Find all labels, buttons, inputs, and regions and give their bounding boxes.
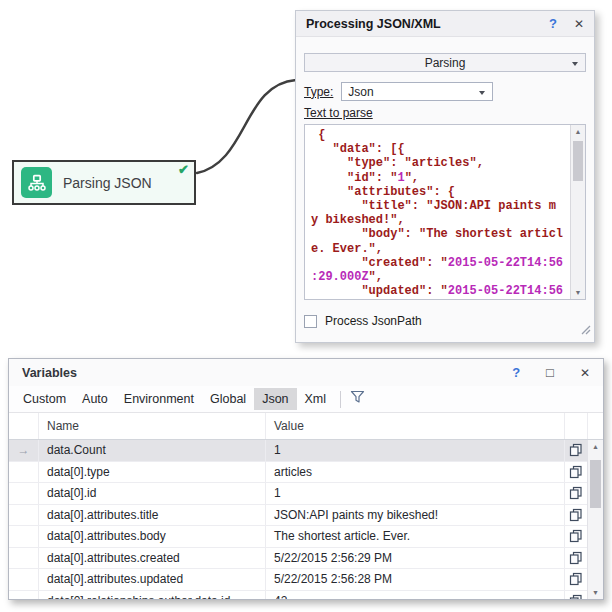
type-dropdown-value: Json xyxy=(348,85,373,99)
row-indicator xyxy=(9,526,39,547)
copy-button[interactable] xyxy=(565,440,587,461)
header-copy-cell xyxy=(565,413,587,439)
copy-button[interactable] xyxy=(565,483,587,504)
close-icon[interactable]: ✕ xyxy=(574,17,584,31)
type-label: Type: xyxy=(304,85,333,99)
json-code-line: "body": "The shortest articl xyxy=(311,227,569,241)
tab-global[interactable]: Global xyxy=(202,388,254,410)
row-indicator xyxy=(9,462,39,483)
copy-icon xyxy=(569,443,583,457)
copy-icon xyxy=(569,594,583,599)
scrollbar-thumb[interactable] xyxy=(590,460,601,508)
table-row[interactable]: data[0].typearticles xyxy=(9,462,587,484)
table-row[interactable]: data[0].attributes.bodyThe shortest arti… xyxy=(9,526,587,548)
table-row[interactable]: data[0].attributes.titleJSON:API paints … xyxy=(9,505,587,527)
tabs-separator xyxy=(340,391,341,408)
variable-value: 42 xyxy=(266,591,565,600)
workflow-designer-canvas: Parsing JSON ✔ Processing JSON/XML ? ✕ P… xyxy=(0,0,612,612)
json-code-line: { xyxy=(311,128,569,142)
textarea-scrollbar[interactable]: ▲ ▼ xyxy=(570,125,585,299)
scroll-up-icon[interactable]: ▲ xyxy=(588,443,603,450)
tab-json[interactable]: Json xyxy=(254,388,296,410)
row-indicator xyxy=(9,548,39,569)
json-code-line: "type": "articles", xyxy=(311,156,569,170)
variable-name: data[0].attributes.body xyxy=(39,526,266,547)
table-row[interactable]: data[0].attributes.updated5/22/2015 2:56… xyxy=(9,569,587,591)
copy-icon xyxy=(569,529,583,543)
variable-value: JSON:API paints my bikeshed! xyxy=(266,505,565,526)
help-icon[interactable]: ? xyxy=(512,365,520,380)
copy-button[interactable] xyxy=(565,548,587,569)
table-row[interactable]: data[0].relationships.author.data.id42 xyxy=(9,591,587,600)
variables-tabs: CustomAutoEnvironmentGlobalJsonXml xyxy=(9,386,603,412)
variable-value: The shortest article. Ever. xyxy=(266,526,565,547)
row-indicator xyxy=(9,483,39,504)
table-row[interactable]: data[0].attributes.created5/22/2015 2:56… xyxy=(9,548,587,570)
category-dropdown[interactable]: Parsing xyxy=(304,53,586,72)
copy-button[interactable] xyxy=(565,591,587,600)
table-scrollbar[interactable]: ▲ ▼ xyxy=(587,440,603,599)
header-scrollbar-cell xyxy=(587,413,603,439)
tab-environment[interactable]: Environment xyxy=(116,388,202,410)
copy-button[interactable] xyxy=(565,462,587,483)
row-indicator: → xyxy=(9,440,39,461)
maximize-icon[interactable]: □ xyxy=(546,366,554,379)
variable-value: 5/22/2015 2:56:29 PM xyxy=(266,548,565,569)
category-dropdown-value: Parsing xyxy=(425,56,466,70)
chevron-down-icon xyxy=(572,62,578,66)
chevron-down-icon xyxy=(479,91,485,95)
header-value[interactable]: Value xyxy=(266,413,565,439)
variable-value: 1 xyxy=(266,440,565,461)
type-dropdown[interactable]: Json xyxy=(341,82,493,101)
table-header[interactable]: Name Value xyxy=(9,412,603,440)
copy-icon xyxy=(569,508,583,522)
scroll-up-icon[interactable]: ▲ xyxy=(571,128,585,135)
table-row[interactable]: data[0].id1 xyxy=(9,483,587,505)
variable-name: data[0].type xyxy=(39,462,266,483)
flow-node-parsing-json[interactable]: Parsing JSON ✔ xyxy=(12,160,196,205)
row-indicator xyxy=(9,569,39,590)
json-code-line: "data": [{ xyxy=(311,142,569,156)
tab-auto[interactable]: Auto xyxy=(74,388,116,410)
variables-titlebar[interactable]: Variables ? □ ✕ xyxy=(9,359,603,386)
filter-icon[interactable] xyxy=(350,390,365,408)
scroll-down-icon[interactable]: ▼ xyxy=(571,289,585,296)
copy-icon xyxy=(569,551,583,565)
node-label: Parsing JSON xyxy=(63,175,152,191)
copy-button[interactable] xyxy=(565,569,587,590)
json-code-line: "updated": "2015-05-22T14:56 xyxy=(311,284,569,298)
dialog-titlebar[interactable]: Processing JSON/XML ? ✕ xyxy=(296,11,594,37)
variables-rows: →data.Count1 data[0].typearticles data[0… xyxy=(9,440,587,599)
success-check-icon: ✔ xyxy=(178,162,189,177)
text-to-parse-textarea[interactable]: { "data": [{ "type": "articles", "id": "… xyxy=(304,124,586,300)
json-code-line: e. Ever.", xyxy=(311,242,569,256)
variable-value: 5/22/2015 2:56:28 PM xyxy=(266,569,565,590)
json-code-line: "id": "1", xyxy=(311,171,569,185)
json-code: { "data": [{ "type": "articles", "id": "… xyxy=(305,125,569,299)
json-code-line: "attributes": { xyxy=(311,185,569,199)
json-code-line: :29.000Z", xyxy=(311,270,569,284)
copy-button[interactable] xyxy=(565,505,587,526)
tab-xml[interactable]: Xml xyxy=(297,388,335,410)
processing-json-xml-dialog: Processing JSON/XML ? ✕ Parsing Type: Js… xyxy=(295,10,595,343)
tab-custom[interactable]: Custom xyxy=(15,388,74,410)
help-icon[interactable]: ? xyxy=(549,16,557,31)
variables-title: Variables xyxy=(22,366,486,380)
close-icon[interactable]: ✕ xyxy=(580,366,590,380)
variable-name: data[0].attributes.updated xyxy=(39,569,266,590)
scrollbar-thumb[interactable] xyxy=(573,141,583,181)
scroll-down-icon[interactable]: ▼ xyxy=(588,589,603,596)
header-name[interactable]: Name xyxy=(39,413,266,439)
variable-name: data[0].attributes.title xyxy=(39,505,266,526)
resize-grip[interactable] xyxy=(579,321,591,339)
table-row[interactable]: →data.Count1 xyxy=(9,440,587,462)
variable-value: 1 xyxy=(266,483,565,504)
variable-value: articles xyxy=(266,462,565,483)
sitemap-icon xyxy=(21,167,52,198)
json-code-line: y bikeshed!", xyxy=(311,213,569,227)
header-indicator-cell xyxy=(9,413,39,439)
variable-name: data[0].relationships.author.data.id xyxy=(39,591,266,600)
dialog-body: Parsing Type: Json Text to parse { "data… xyxy=(296,37,594,328)
copy-button[interactable] xyxy=(565,526,587,547)
process-jsonpath-checkbox[interactable] xyxy=(304,315,317,328)
